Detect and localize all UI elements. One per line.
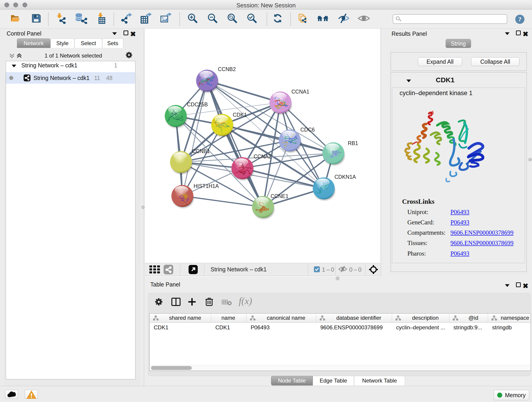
svg-text:CDC25B: CDC25B (187, 102, 208, 108)
svg-text:CCNA2: CCNA2 (254, 153, 272, 160)
svg-text:HIST1H1A: HIST1H1A (194, 183, 219, 189)
svg-text:CDC6: CDC6 (300, 127, 315, 133)
svg-text:CCNB1: CCNB1 (192, 148, 210, 154)
svg-text:CDK1: CDK1 (233, 112, 247, 118)
svg-text:CCNA1: CCNA1 (291, 89, 309, 95)
svg-text:CCNE1: CCNE1 (271, 193, 288, 199)
svg-text:CDKN1A: CDKN1A (335, 174, 356, 180)
svg-text:?: ? (518, 16, 521, 23)
svg-text:CCNB2: CCNB2 (218, 66, 236, 72)
svg-text:RB1: RB1 (348, 140, 358, 146)
